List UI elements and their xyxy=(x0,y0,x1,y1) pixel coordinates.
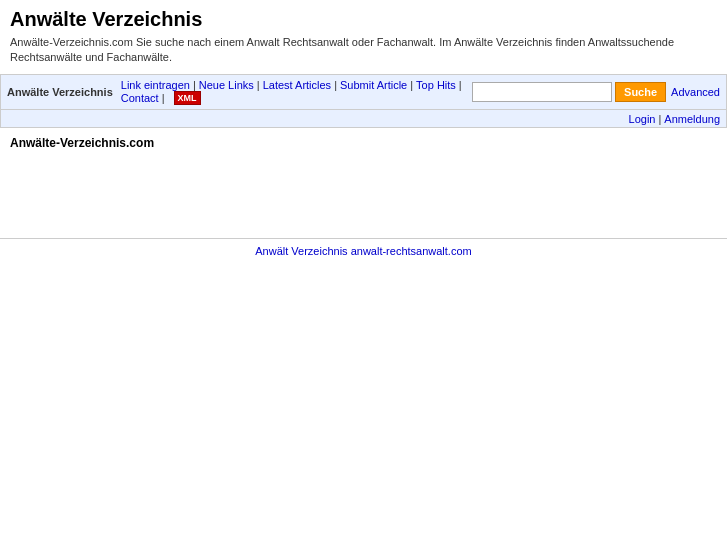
header-section: Anwälte Verzeichnis Anwälte-Verzeichnis.… xyxy=(0,0,727,70)
search-area: Suche Advanced xyxy=(472,82,720,102)
login-link[interactable]: Login xyxy=(629,113,656,125)
page-title: Anwälte Verzeichnis xyxy=(10,8,717,31)
nav-link-submit-article[interactable]: Submit Article xyxy=(340,79,407,91)
navbar: Anwälte Verzeichnis Link eintragen | Neu… xyxy=(0,74,727,110)
footer-link[interactable]: Anwält Verzeichnis anwalt-rechtsanwalt.c… xyxy=(255,245,471,257)
login-row: Login | Anmeldung xyxy=(0,110,727,128)
nav-sep-1: | xyxy=(193,79,196,91)
nav-sep-5: | xyxy=(459,79,462,91)
nav-link-link-eintragen[interactable]: Link eintragen xyxy=(121,79,190,91)
nav-sep-2: | xyxy=(257,79,260,91)
xml-badge[interactable]: XML xyxy=(174,91,201,105)
nav-brand: Anwälte Verzeichnis xyxy=(7,86,113,98)
page-description: Anwälte-Verzeichnis.com Sie suche nach e… xyxy=(10,35,690,66)
login-sep: | xyxy=(658,113,661,125)
nav-sep-3: | xyxy=(334,79,337,91)
nav-link-contact[interactable]: Contact xyxy=(121,92,159,104)
nav-link-neue-links[interactable]: Neue Links xyxy=(199,79,254,91)
nav-link-top-hits[interactable]: Top Hits xyxy=(416,79,456,91)
nav-sep-6: | xyxy=(162,92,165,104)
nav-link-latest-articles[interactable]: Latest Articles xyxy=(263,79,331,91)
anmeldung-link[interactable]: Anmeldung xyxy=(664,113,720,125)
site-title: Anwälte-Verzeichnis.com xyxy=(0,128,727,158)
footer: Anwält Verzeichnis anwalt-rechtsanwalt.c… xyxy=(0,239,727,263)
nav-sep-4: | xyxy=(410,79,413,91)
advanced-link[interactable]: Advanced xyxy=(671,86,720,98)
nav-links: Link eintragen | Neue Links | Latest Art… xyxy=(121,79,472,105)
search-button[interactable]: Suche xyxy=(615,82,666,102)
search-input[interactable] xyxy=(472,82,612,102)
